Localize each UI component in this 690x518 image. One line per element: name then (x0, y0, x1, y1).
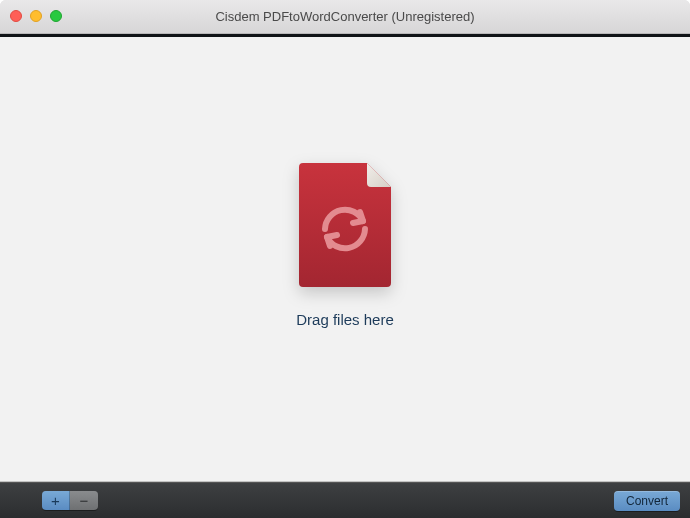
convert-button[interactable]: Convert (614, 491, 680, 511)
bottom-toolbar: + − Convert (0, 482, 690, 518)
file-convert-icon (295, 161, 395, 289)
zoom-icon[interactable] (50, 10, 62, 22)
close-icon[interactable] (10, 10, 22, 22)
minus-icon: − (80, 493, 89, 508)
convert-button-label: Convert (626, 494, 668, 508)
remove-file-button[interactable]: − (70, 491, 98, 510)
add-remove-segment: + − (42, 491, 98, 510)
window-controls (10, 10, 62, 22)
add-file-button[interactable]: + (42, 491, 70, 510)
drop-area[interactable]: Drag files here (0, 34, 690, 482)
app-window: Cisdem PDFtoWordConverter (Unregistered) (0, 0, 690, 518)
titlebar: Cisdem PDFtoWordConverter (Unregistered) (0, 0, 690, 34)
minimize-icon[interactable] (30, 10, 42, 22)
window-title: Cisdem PDFtoWordConverter (Unregistered) (0, 9, 690, 24)
drag-files-label: Drag files here (296, 311, 394, 328)
plus-icon: + (51, 493, 60, 508)
